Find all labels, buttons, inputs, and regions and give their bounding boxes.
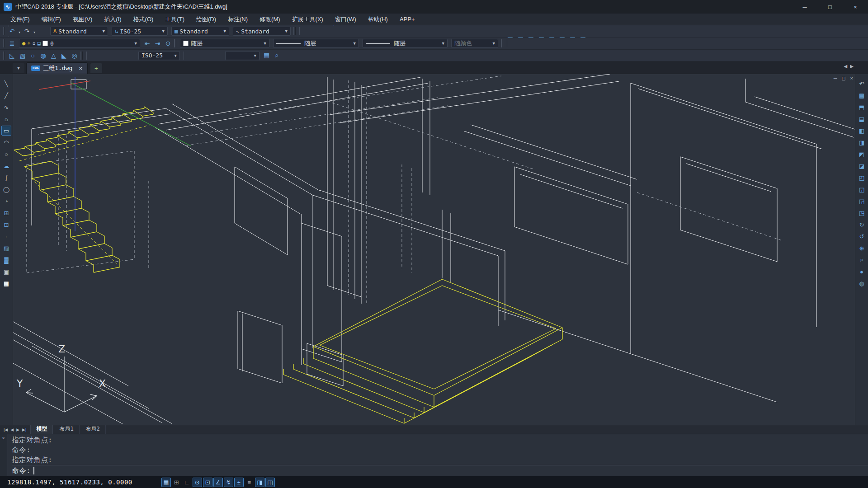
toolbar-handle[interactable] <box>174 39 176 47</box>
layout-nav-2[interactable]: ◀ <box>9 427 14 432</box>
view-nw-isometric-icon[interactable]: ◳ <box>857 208 867 218</box>
view-visual-styles-icon[interactable]: ◍ <box>857 278 867 288</box>
offset-faces-icon[interactable]: ◧ <box>526 38 536 39</box>
tab-close-icon[interactable]: × <box>79 65 82 72</box>
draw-table-icon[interactable]: ▦ <box>1 278 11 288</box>
extrude-faces-icon[interactable]: ▧ <box>505 38 515 39</box>
menu-item-8[interactable]: 标注(N) <box>222 14 254 25</box>
mdi-restore-button[interactable]: ◻ <box>841 75 845 81</box>
copy-faces-icon[interactable]: ⬔ <box>568 38 577 39</box>
draw-make-block-icon[interactable]: ⊡ <box>1 220 11 230</box>
delete-faces-icon[interactable]: ◨ <box>537 38 546 39</box>
toolbar-handle[interactable] <box>3 27 5 35</box>
lineweight-combo[interactable]: 随层▼ <box>363 39 448 48</box>
tab-scroll-right[interactable]: ▶ <box>850 64 854 69</box>
draw-hatch-icon[interactable]: ▨ <box>1 243 11 253</box>
draw-point-icon[interactable]: ∙ <box>1 231 11 241</box>
view-left-view-icon[interactable]: ◧ <box>857 126 867 136</box>
menu-item-11[interactable]: 窗口(W) <box>329 14 362 25</box>
linetype-combo[interactable]: 随层▼ <box>273 39 359 48</box>
region-icon[interactable]: ◺ <box>7 51 17 60</box>
dim-style-combo-2[interactable]: ISO-25▼ <box>138 51 180 60</box>
draw-polyline-icon[interactable]: ∿ <box>1 102 11 112</box>
menu-item-10[interactable]: 扩展工具(X) <box>286 14 329 25</box>
tab-list-dropdown[interactable]: ▼ <box>13 63 24 73</box>
layer-isolate-icon[interactable]: ⊜ <box>163 39 173 48</box>
plotstyle-combo[interactable]: 随颜色▼ <box>451 39 498 48</box>
view-top-view-icon[interactable]: ⬒ <box>857 102 867 112</box>
draw-arc-icon[interactable]: ◠ <box>1 137 11 147</box>
status-toggle-dynamic-input[interactable]: ± <box>234 478 244 487</box>
menu-item-12[interactable]: 帮助(H) <box>362 14 394 25</box>
toolbar-handle[interactable] <box>3 39 5 47</box>
status-toggle-lineweight[interactable]: ≡ <box>245 478 254 487</box>
mleader-style-combo[interactable]: ↖ Standard▼ <box>233 27 291 36</box>
layout-nav-1[interactable]: |◀ <box>3 427 9 432</box>
layer-properties-manager-icon[interactable]: ≣ <box>7 39 17 48</box>
revolve-icon[interactable]: ↻ <box>308 25 318 27</box>
text-style-combo[interactable]: A Standard▼ <box>50 27 108 36</box>
layout-tab-布局1[interactable]: 布局1 <box>54 425 79 434</box>
view-right-view-icon[interactable]: ◨ <box>857 137 867 147</box>
viewport-zoom-icon[interactable]: ⌕ <box>272 51 282 60</box>
layer-translate-icon[interactable]: ⇥ <box>153 39 162 48</box>
status-toggle-model-paper[interactable]: ◫ <box>265 478 275 487</box>
draw-polygon-icon[interactable]: ⌂ <box>1 114 11 124</box>
color-faces-icon[interactable]: ⬕ <box>578 38 588 39</box>
status-toggle-object-snap-tracking[interactable]: ∠ <box>213 478 223 487</box>
3d-box-icon[interactable]: ▧ <box>18 51 27 60</box>
draw-ellipse-icon[interactable]: ◯ <box>1 184 11 194</box>
toolbar-handle[interactable] <box>80 52 83 60</box>
dropdown-caret-icon[interactable]: ▾ <box>32 30 37 34</box>
taper-faces-icon[interactable]: ◪ <box>557 38 567 39</box>
close-button[interactable]: × <box>843 0 868 14</box>
undo-icon[interactable]: ↶ <box>7 27 17 36</box>
status-toggle-quick-properties[interactable]: ◨ <box>255 478 264 487</box>
status-toggle-object-snap[interactable]: ⊡ <box>203 478 212 487</box>
named-viewports-icon[interactable]: ▦ <box>262 51 271 60</box>
draw-ellipse-arc-icon[interactable]: ◔ <box>1 196 11 206</box>
new-tab-button[interactable]: + <box>90 63 102 73</box>
draw-insert-block-icon[interactable]: ⊞ <box>1 208 11 218</box>
view-bottom-view-icon[interactable]: ⬓ <box>857 114 867 124</box>
sweep-icon[interactable]: ↝ <box>319 25 328 27</box>
dimension-update-icon[interactable]: ↻ <box>182 50 192 52</box>
redo-icon[interactable]: ↷ <box>22 27 32 36</box>
3d-sphere-icon[interactable]: ○ <box>28 51 38 60</box>
menu-item-2[interactable]: 编辑(E) <box>36 14 67 25</box>
draw-region-icon[interactable]: ▣ <box>1 267 11 277</box>
view-orbit-icon[interactable]: ↻ <box>857 220 867 230</box>
rotate-faces-icon[interactable]: ◩ <box>547 38 557 39</box>
maximize-button[interactable]: □ <box>817 0 843 14</box>
draw-revision-cloud-icon[interactable]: ☁ <box>1 161 11 171</box>
menu-item-4[interactable]: 插入(I) <box>98 14 127 25</box>
status-toggle-dynamic-ucs[interactable]: ↯ <box>224 478 233 487</box>
menu-item-9[interactable]: 修改(M) <box>254 14 286 25</box>
view-render-icon[interactable]: ● <box>857 267 867 277</box>
view-back-view-icon[interactable]: ◪ <box>857 161 867 171</box>
draw-line-icon[interactable]: ╲ <box>1 79 11 89</box>
view-sw-isometric-icon[interactable]: ◰ <box>857 173 867 183</box>
layout-nav-4[interactable]: ▶| <box>21 427 27 432</box>
dim-style-combo[interactable]: ⇆ ISO-25▼ <box>112 27 168 36</box>
3d-torus-icon[interactable]: ◎ <box>70 51 79 60</box>
status-toggle-snap[interactable]: ▦ <box>161 478 171 487</box>
drawing-viewport[interactable]: ─◻× ZYX <box>13 74 855 425</box>
menu-item-3[interactable]: 视图(V) <box>67 14 98 25</box>
layout-tab-模型[interactable]: 模型 <box>30 424 53 434</box>
view-se-isometric-icon[interactable]: ◱ <box>857 184 867 194</box>
3d-cone-icon[interactable]: △ <box>49 51 58 60</box>
tab-scroll-left[interactable]: ◀ <box>844 64 848 69</box>
toolbar-handle[interactable] <box>3 52 5 60</box>
layout-tab-布局2[interactable]: 布局2 <box>80 425 106 434</box>
radius-dimension-icon[interactable]: ⊙ <box>85 50 94 52</box>
draw-rectangle-icon[interactable]: ▭ <box>1 126 11 136</box>
status-toggle-grid[interactable]: ⊞ <box>172 478 181 487</box>
table-style-combo[interactable]: ▦ Standard▼ <box>171 27 229 36</box>
layer-previous-icon[interactable]: ⇤ <box>142 39 152 48</box>
drawing-canvas[interactable]: ZYX <box>13 74 855 425</box>
toolbar-handle[interactable] <box>501 39 503 47</box>
status-toggle-polar-tracking[interactable]: ⊙ <box>193 478 202 487</box>
view-ne-isometric-icon[interactable]: ◲ <box>857 196 867 206</box>
command-window-close-icon[interactable]: × <box>2 435 5 441</box>
